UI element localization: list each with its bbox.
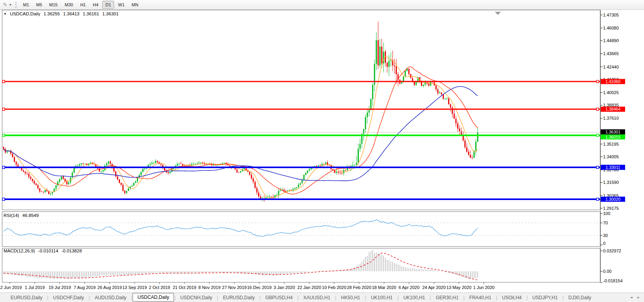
svg-text:1.34005: 1.34005 (603, 154, 619, 159)
date-axis-label: 13 Sep 2019 (122, 285, 147, 290)
tab-fra40-h1[interactable]: FRA40,H1 (465, 294, 496, 301)
date-axis-label: 3 Jan 2020 (273, 285, 295, 290)
svg-text:1.42440: 1.42440 (603, 65, 619, 69)
tab-eurusd-daily[interactable]: EURUSD,Daily (219, 294, 259, 301)
date-axis-label: 2 Oct 2019 (149, 285, 170, 290)
tab-scroll-left-icon[interactable]: ◄ (630, 296, 633, 299)
date-axis: 12 Jun 20191 Jul 201919 Jul 20197 Aug 20… (0, 282, 495, 290)
svg-text:30: 30 (603, 233, 608, 238)
tab-gbpusd-h4[interactable]: GBPUSD,H4 (261, 294, 297, 301)
svg-text:1.31590: 1.31590 (603, 180, 619, 185)
timeframe-button-m5[interactable]: M5 (33, 1, 45, 9)
trading-terminal-window: ✎ ▾ M1 M5 M15 M30 H1 H4 D1 W1 MN 1.47305… (0, 0, 644, 302)
svg-text:1.33011: 1.33011 (605, 165, 620, 170)
svg-text:0.00: 0.00 (603, 269, 611, 274)
svg-text:70: 70 (603, 220, 608, 225)
chart-canvas[interactable]: 1.473051.460801.448901.436651.424401.412… (0, 10, 644, 293)
date-axis-label: 1 Jul 2019 (25, 285, 45, 290)
date-axis-label: 16 Dec 2019 (247, 285, 271, 290)
tab-hk50-h1[interactable]: HK50,H1 (337, 294, 365, 301)
rsi-value: 46.8549 (22, 213, 39, 218)
date-axis-label: 22 Jan 2020 (297, 285, 321, 290)
tab-ger30-h1[interactable]: GER30,H1 (432, 294, 463, 301)
rsi-axis: 10070300 (601, 211, 611, 246)
tab-list: EURUSD,Daily|USDCHF,Daily|AUDUSD,Daily|U… (6, 293, 596, 302)
date-axis-label: 13 May 2020 (447, 285, 472, 290)
svg-text:1.35195: 1.35195 (603, 142, 619, 146)
tab-usdcnh-daily[interactable]: USDCNH,Daily (176, 294, 216, 301)
svg-text:1.44890: 1.44890 (603, 38, 619, 43)
svg-text:1.30020: 1.30020 (605, 197, 620, 202)
tab-usoil-h4[interactable]: USOil,H4 (498, 294, 526, 301)
ohlc-close: 1.36301 (102, 11, 119, 16)
timeframe-button-d1[interactable]: D1 (102, 1, 114, 9)
tab-scroll-arrows: ◄ ► (627, 296, 640, 299)
date-axis-label: 6 Apr 2020 (399, 285, 419, 290)
date-axis-label: 10 Feb 2020 (322, 285, 347, 290)
ohlc-high: 1.36413 (63, 11, 79, 16)
date-axis-label: 12 Jun 2019 (0, 285, 22, 290)
svg-text:1.41060: 1.41060 (605, 79, 620, 84)
timeframe-button-m1[interactable]: M1 (20, 1, 32, 9)
svg-text:1.37610: 1.37610 (603, 116, 619, 120)
svg-text:1.46080: 1.46080 (603, 26, 619, 30)
tab-dj30-daily[interactable]: DJ30,Daily (564, 294, 596, 301)
date-axis-label: 28 Feb 2020 (347, 285, 371, 290)
macd-indicator-label: MACD(12,26,9) -0.010114 -0.013828 (4, 248, 84, 253)
svg-text:1.38464: 1.38464 (605, 107, 620, 111)
tab-audusd-daily[interactable]: AUDUSD,Daily (90, 294, 131, 301)
date-axis-label: 18 Mar 2020 (372, 285, 396, 290)
chart-tab-bar: EURUSD,Daily|USDCHF,Daily|AUDUSD,Daily|U… (0, 293, 644, 302)
svg-text:1.29175: 1.29175 (603, 206, 619, 211)
svg-text:1.36301: 1.36301 (605, 130, 620, 134)
drawing-tool-icon[interactable]: ✎ (2, 1, 9, 8)
tab-usdjpy-h1[interactable]: USDJPY,H1 (528, 294, 562, 301)
chart-collapse-icon[interactable]: ▼ (4, 12, 7, 16)
tab-uk100-h1[interactable]: UK100,H1 (367, 294, 397, 301)
ohlc-low: 1.36161 (83, 11, 99, 16)
timeframe-button-w1[interactable]: W1 (115, 1, 128, 9)
svg-text:1.43665: 1.43665 (603, 51, 619, 56)
date-axis-label: 21 Oct 2019 (173, 285, 196, 290)
rsi-name: RSI(14) (4, 213, 19, 218)
macd-axis: 0.0329720.00-0.018154 (601, 248, 623, 283)
date-axis-label: 24 Apr 2020 (422, 285, 445, 290)
tab-usdcad-daily[interactable]: USDCAD,Daily (133, 293, 174, 302)
dropdown-caret-icon[interactable]: ▾ (9, 3, 11, 7)
tab-eurusd-daily[interactable]: EURUSD,Daily (6, 294, 47, 301)
tab-scroll-right-icon[interactable]: ► (637, 296, 640, 299)
svg-text:1.47305: 1.47305 (603, 13, 619, 17)
svg-text:1.36015: 1.36015 (605, 135, 620, 139)
timeframe-button-h1[interactable]: H1 (77, 1, 89, 9)
timeframe-toolbar: ✎ ▾ M1 M5 M15 M30 H1 H4 D1 W1 MN (0, 0, 644, 10)
svg-text:100: 100 (603, 211, 610, 216)
date-axis-label: 8 Nov 2019 (198, 285, 220, 290)
macd-name: MACD(12,26,9) (4, 248, 35, 253)
svg-text:0.032972: 0.032972 (603, 248, 621, 253)
timeframe-button-m30[interactable]: M30 (62, 1, 76, 9)
timeframe-button-h4[interactable]: H4 (90, 1, 101, 9)
date-axis-label: 1 Jun 2020 (473, 285, 495, 290)
ohlc-open: 1.36255 (44, 11, 60, 16)
timeframe-button-m15[interactable]: M15 (46, 1, 61, 9)
chart-title: ▼ USDCAD,Daily 1.36255 1.36413 1.36161 1… (4, 11, 121, 16)
timeframe-button-mn[interactable]: MN (129, 1, 142, 9)
macd-value: -0.010114 (38, 248, 58, 253)
panel-frames (2, 10, 601, 283)
svg-text:1.40025: 1.40025 (603, 90, 619, 95)
tab-xauusd-h1[interactable]: XAUUSD,H1 (299, 294, 335, 301)
toolbar-grip (15, 2, 17, 8)
chart-symbol-period: USDCAD,Daily (10, 11, 40, 16)
date-axis-label: 27 Nov 2019 (222, 285, 247, 290)
svg-text:-0.018154: -0.018154 (603, 278, 623, 283)
rsi-indicator-label: RSI(14) 46.8549 (4, 213, 41, 218)
tab-uk100-h1[interactable]: UK100,H1 (399, 294, 429, 301)
chart-stage: 1.473051.460801.448901.436651.424401.412… (0, 10, 644, 293)
tab-usdchf-daily[interactable]: USDCHF,Daily (49, 294, 89, 301)
date-axis-label: 7 Aug 2019 (74, 285, 96, 290)
date-axis-label: 26 Aug 2019 (98, 285, 122, 290)
date-axis-label: 19 Jul 2019 (48, 285, 71, 290)
svg-text:0: 0 (603, 241, 605, 246)
macd-signal-value: -0.013828 (61, 248, 82, 253)
